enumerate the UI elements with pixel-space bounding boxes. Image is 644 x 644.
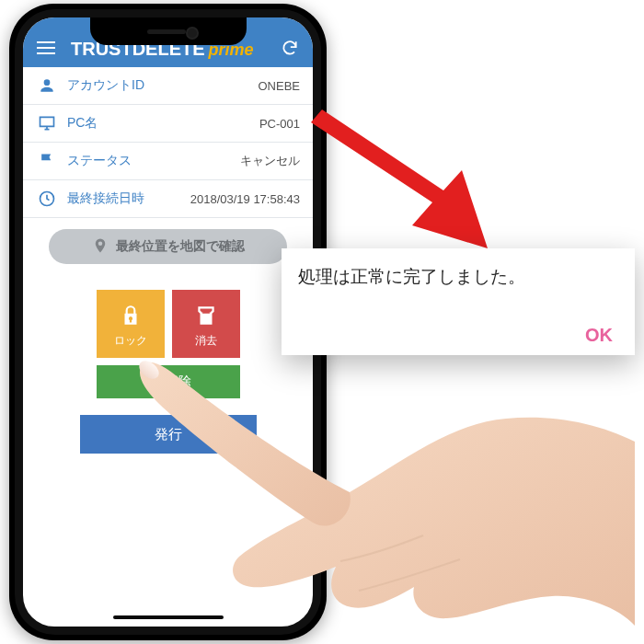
row-status: ステータス キャンセル bbox=[23, 143, 313, 180]
value: 2018/03/19 17:58:43 bbox=[190, 192, 300, 206]
map-location-button[interactable]: 最終位置を地図で確認 bbox=[49, 229, 287, 264]
flag-icon bbox=[36, 152, 58, 170]
pointing-hand bbox=[120, 331, 635, 626]
label: 最終接続日時 bbox=[67, 190, 190, 207]
menu-icon[interactable] bbox=[34, 36, 58, 60]
person-icon bbox=[36, 76, 58, 95]
value: キャンセル bbox=[240, 153, 300, 169]
value: ONEBE bbox=[258, 79, 300, 93]
phone-notch bbox=[90, 17, 247, 45]
lock-icon bbox=[119, 300, 143, 331]
completion-dialog: 処理は正常に完了しました。 OK bbox=[282, 248, 635, 355]
value: PC-001 bbox=[259, 117, 300, 131]
dialog-ok-button[interactable]: OK bbox=[585, 325, 613, 346]
label: アカウントID bbox=[67, 77, 258, 94]
erase-icon bbox=[194, 300, 218, 331]
map-button-label: 最終位置を地図で確認 bbox=[116, 238, 245, 255]
label: ステータス bbox=[67, 153, 240, 169]
row-lastconnect: 最終接続日時 2018/03/19 17:58:43 bbox=[23, 180, 313, 218]
pin-icon bbox=[92, 237, 109, 257]
row-pc: PC名 PC-001 bbox=[23, 105, 313, 143]
info-list: アカウントID ONEBE PC名 PC-001 ステータス キャンセル 最終接… bbox=[23, 67, 313, 218]
refresh-icon[interactable] bbox=[278, 36, 302, 60]
clock-icon bbox=[36, 190, 58, 208]
callout-arrow bbox=[304, 115, 488, 253]
label: PC名 bbox=[67, 115, 259, 132]
row-account: アカウントID ONEBE bbox=[23, 67, 313, 105]
monitor-icon bbox=[36, 114, 58, 132]
dialog-message: 処理は正常に完了しました。 bbox=[298, 265, 618, 289]
